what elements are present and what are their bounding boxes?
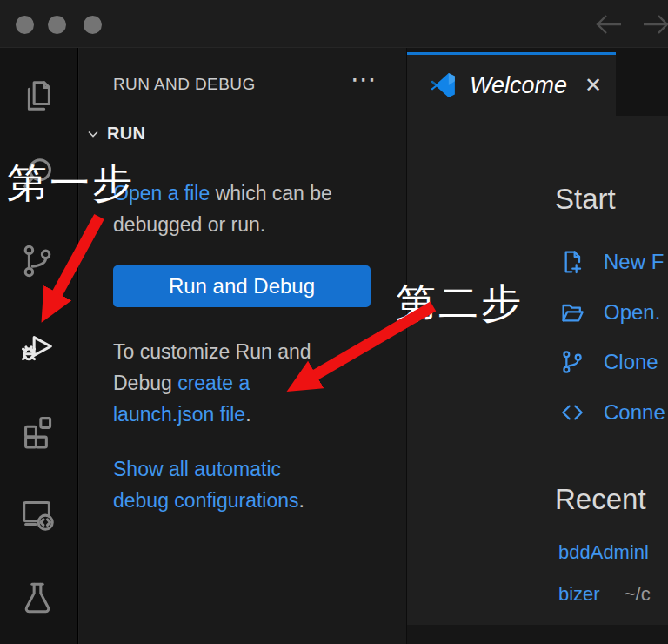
open-file-paragraph: Open a file which can be debugged or run…: [113, 178, 341, 240]
annotation-step1: 第一步: [7, 157, 135, 211]
start-item-label: Conne: [604, 400, 665, 425]
sidebar-title: RUN AND DEBUG: [113, 75, 256, 94]
start-item-open[interactable]: Open.: [558, 299, 660, 326]
start-item-connect[interactable]: Conne: [558, 399, 665, 426]
testing-icon[interactable]: [17, 577, 58, 619]
folder-opened-icon: [558, 299, 586, 326]
recent-item[interactable]: bddAdminl: [558, 541, 668, 564]
start-item-new-file[interactable]: New F: [558, 248, 664, 276]
run-section-label: RUN: [107, 124, 145, 144]
source-control-icon[interactable]: [17, 240, 58, 282]
start-heading: Start: [555, 183, 616, 216]
title-bar: [0, 0, 668, 48]
git-branch-icon: [558, 348, 586, 376]
traffic-light-zoom-button[interactable]: [84, 16, 102, 34]
run-and-debug-button[interactable]: Run and Debug: [113, 265, 371, 307]
start-item-clone[interactable]: Clone: [558, 348, 658, 376]
start-item-label: Clone: [604, 350, 658, 374]
show-all-period: .: [299, 489, 304, 512]
recent-item[interactable]: bizer~/c: [558, 583, 651, 606]
show-all-configs-link[interactable]: Show all automatic debug configurations: [113, 458, 299, 512]
activity-bar: [0, 48, 78, 644]
traffic-light-minimize-button[interactable]: [48, 16, 66, 34]
show-all-paragraph: Show all automatic debug configurations.: [113, 453, 341, 516]
extensions-icon[interactable]: [17, 410, 58, 452]
more-actions-icon[interactable]: ⋯: [351, 64, 377, 94]
run-section-header[interactable]: RUN: [86, 124, 145, 144]
customize-period: .: [245, 403, 250, 426]
recent-heading: Recent: [555, 483, 646, 516]
nav-back-icon[interactable]: [594, 10, 624, 38]
welcome-page: Start New F Open. Clone Conne Recent bdd…: [407, 116, 668, 625]
vscode-logo-icon: [428, 70, 458, 100]
start-item-label: Open.: [604, 300, 660, 325]
sidebar-run-and-debug: RUN AND DEBUG ⋯ RUN Open a file which ca…: [79, 48, 406, 644]
nav-forward-icon[interactable]: [641, 10, 668, 38]
customize-paragraph: To customize Run and Debug create a laun…: [113, 336, 341, 430]
explorer-icon[interactable]: [17, 75, 58, 117]
vscode-window: RUN AND DEBUG ⋯ RUN Open a file which ca…: [0, 0, 668, 644]
annotation-step2: 第二步: [396, 277, 524, 331]
remote-connect-icon: [558, 399, 586, 426]
editor-bottom-strip: [407, 625, 668, 644]
tab-welcome[interactable]: Welcome ✕: [407, 52, 616, 116]
run-and-debug-icon[interactable]: [17, 325, 58, 367]
new-file-icon: [558, 248, 586, 276]
chevron-down-icon: [86, 127, 100, 141]
tab-title: Welcome: [470, 72, 567, 99]
remote-explorer-icon[interactable]: [17, 493, 58, 534]
start-item-label: New F: [604, 250, 664, 274]
editor-group: Welcome ✕ Start New F Open. Clone Conne …: [406, 48, 668, 644]
tab-close-icon[interactable]: ✕: [584, 73, 602, 97]
traffic-light-close-button[interactable]: [16, 16, 34, 34]
